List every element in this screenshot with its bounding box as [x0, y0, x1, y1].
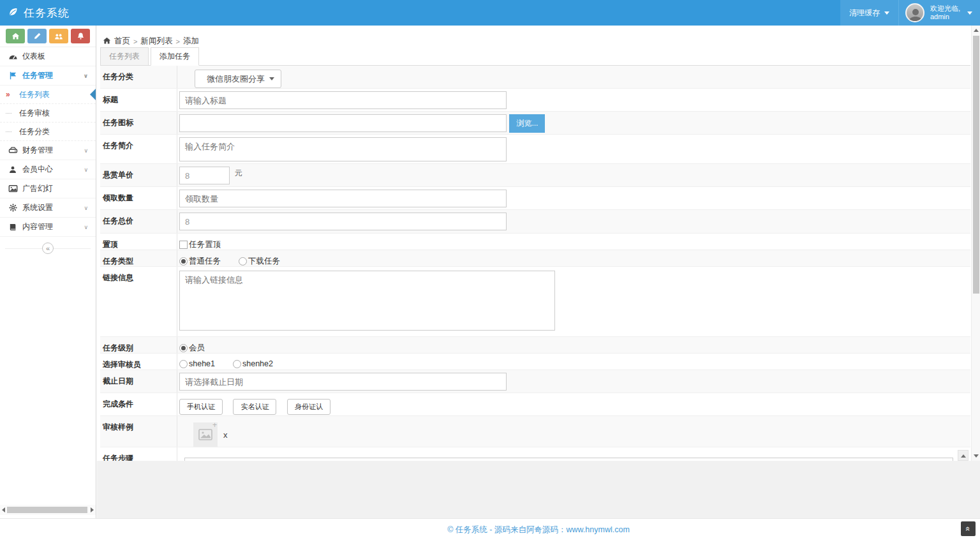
sidebar-item-content-management[interactable]: 内容管理 ∨ — [0, 218, 96, 237]
scroll-up-icon[interactable] — [974, 29, 979, 32]
main-content: 首页 > 新闻列表 > 添加 任务列表 添加任务 任务分类 微信朋友圈分享 标题 — [97, 26, 971, 461]
form-row-reviewer: 选择审核员 shehe1 shenhe2 — [100, 354, 970, 370]
breadcrumb-news-list[interactable]: 新闻列表 — [140, 36, 172, 47]
field-label: 选择审核员 — [100, 354, 177, 370]
phone-verify-button[interactable]: 手机认证 — [179, 399, 223, 415]
task-intro-textarea[interactable] — [179, 137, 507, 161]
copyright-text[interactable]: © 任务系统 - 源码来自阿奇源码：www.hnymwl.com — [97, 525, 980, 535]
scroll-right-icon[interactable] — [91, 507, 94, 512]
sidebar-item-task-list[interactable]: » 任务列表 — [0, 86, 96, 104]
tab-task-list[interactable]: 任务列表 — [100, 47, 149, 66]
app-title: 任务系统 — [24, 6, 70, 20]
field-label: 任务分类 — [100, 66, 177, 88]
remove-sample-label[interactable]: x — [223, 430, 228, 440]
member-level-radio[interactable] — [179, 344, 188, 352]
sidebar-horizontal-scrollbar[interactable] — [0, 505, 96, 515]
breadcrumb-home[interactable]: 首页 — [114, 36, 130, 47]
claim-count-input[interactable] — [179, 190, 507, 207]
book-icon — [8, 223, 22, 232]
task-category-select[interactable]: 微信朋友圈分享 — [195, 70, 281, 88]
flag-icon — [8, 71, 22, 80]
form-row-claim-count: 领取数量 — [100, 187, 970, 210]
pin-checkbox[interactable] — [179, 241, 188, 249]
scroll-up-icon — [961, 454, 966, 458]
home-button[interactable] — [6, 29, 25, 43]
task-total-price-input[interactable] — [179, 213, 507, 230]
home-icon — [11, 32, 20, 40]
chevron-down-icon: ∨ — [84, 147, 88, 154]
realname-verify-button[interactable]: 实名认证 — [233, 399, 276, 415]
sidebar-item-dashboard[interactable]: 仪表板 — [0, 47, 96, 66]
radio-label: 会员 — [189, 343, 205, 354]
clear-cache-label: 清理缓存 — [849, 8, 880, 19]
welcome-line1: 欢迎光临, — [930, 4, 960, 13]
id-verify-button[interactable]: 身份证认 — [287, 399, 330, 415]
active-marker-icon: » — [5, 90, 11, 99]
image-upload-placeholder[interactable]: + — [193, 422, 218, 447]
notifications-button[interactable] — [71, 29, 90, 43]
sidebar-collapse-button[interactable]: « — [42, 243, 54, 254]
title-input[interactable] — [179, 91, 507, 109]
inner-scroll-up-button[interactable] — [958, 450, 969, 461]
field-label: 任务简介 — [100, 135, 177, 163]
drive-icon — [8, 146, 22, 155]
scroll-down-icon[interactable] — [974, 454, 979, 458]
form-row-intro: 任务简介 — [100, 135, 970, 164]
browse-button[interactable]: 浏览... — [509, 114, 545, 133]
submenu-dash-icon — [6, 131, 11, 132]
sidebar-item-members[interactable]: 会员中心 ∨ — [0, 160, 96, 179]
breadcrumb-separator: > — [175, 38, 179, 45]
sidebar-item-label: 会员中心 — [22, 164, 53, 175]
sidebar-item-ad-slides[interactable]: 广告幻灯 — [0, 179, 96, 198]
sidebar-item-task-review[interactable]: 任务审核 — [0, 104, 96, 123]
reviewer-shenhe2-radio[interactable] — [233, 360, 241, 368]
task-submenu: » 任务列表 任务审核 任务分类 — [0, 86, 96, 141]
deadline-input[interactable] — [179, 373, 507, 391]
content-vertical-scrollbar[interactable] — [971, 26, 980, 461]
picture-icon — [198, 429, 212, 440]
form-row-total-price: 任务总价 — [100, 210, 970, 234]
sidebar-item-label: 内容管理 — [22, 221, 53, 232]
form-row-unit-price: 悬赏单价 元 — [100, 164, 970, 187]
sidebar-item-task-category[interactable]: 任务分类 — [0, 123, 96, 141]
sidebar-item-system-settings[interactable]: 系统设置 ∨ — [0, 198, 96, 218]
clear-cache-dropdown[interactable]: 清理缓存 — [840, 0, 898, 26]
chevron-down-icon: ∨ — [84, 167, 88, 173]
users-icon — [54, 32, 63, 41]
breadcrumb-separator: > — [133, 38, 137, 45]
content-background — [97, 461, 980, 518]
field-label: 任务类型 — [100, 250, 177, 266]
plus-icon: + — [212, 421, 217, 430]
user-menu[interactable]: 欢迎光临, admin — [899, 0, 980, 26]
sidebar-item-task-management[interactable]: 任务管理 ∨ — [0, 66, 96, 86]
chevron-down-icon: ∨ — [84, 224, 88, 230]
field-label: 链接信息 — [100, 267, 177, 336]
scroll-left-icon[interactable] — [2, 507, 5, 512]
field-label: 截止日期 — [100, 370, 177, 392]
sidebar-item-label: 财务管理 — [22, 145, 53, 156]
page-footer: © 任务系统 - 源码来自阿奇源码：www.hnymwl.com — [0, 518, 980, 538]
scrollbar-thumb[interactable] — [973, 36, 979, 294]
link-info-textarea[interactable] — [179, 271, 555, 331]
reviewer-shehe1-radio[interactable] — [179, 360, 188, 368]
sidebar-item-finance[interactable]: 财务管理 ∨ — [0, 141, 96, 160]
welcome-text: 欢迎光临, admin — [930, 4, 960, 21]
edit-button[interactable] — [27, 29, 47, 43]
task-icon-file-input[interactable] — [179, 114, 507, 132]
scrollbar-thumb[interactable] — [7, 507, 87, 513]
checkbox-label: 任务置顶 — [189, 239, 221, 250]
app-logo[interactable]: 任务系统 — [0, 0, 96, 26]
image-icon — [8, 184, 22, 193]
back-to-top-button[interactable]: « — [961, 521, 976, 536]
reward-unit-price-input[interactable] — [179, 167, 230, 184]
tab-add-task[interactable]: 添加任务 — [151, 47, 199, 66]
download-task-radio[interactable] — [239, 257, 247, 265]
users-button[interactable] — [49, 29, 68, 43]
radio-label: shehe1 — [189, 359, 215, 368]
radio-label: shenhe2 — [242, 359, 273, 368]
sidebar-item-label: 任务列表 — [19, 89, 50, 100]
sidebar-item-label: 任务管理 — [22, 70, 53, 81]
normal-task-radio[interactable] — [179, 257, 188, 265]
field-label: 完成条件 — [100, 393, 177, 415]
app-header: 任务系统 清理缓存 欢迎光临, admin — [0, 0, 980, 26]
